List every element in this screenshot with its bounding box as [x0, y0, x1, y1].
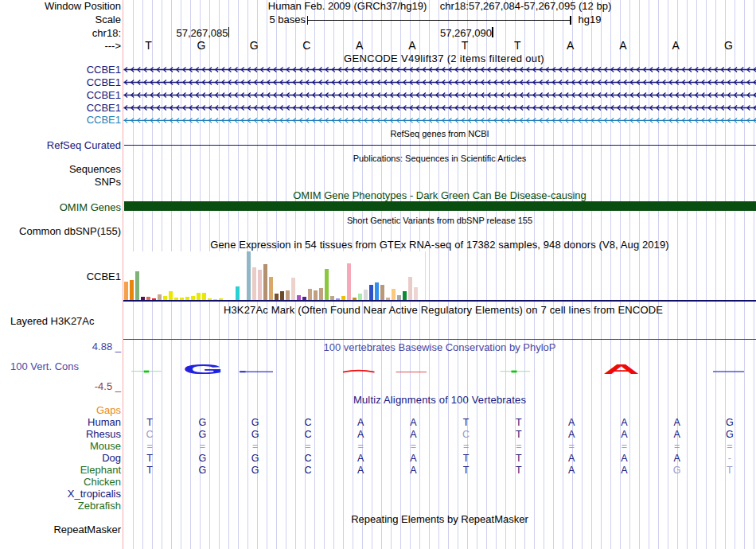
svg-text:A: A	[603, 363, 640, 376]
svg-text:G: G	[183, 362, 224, 377]
